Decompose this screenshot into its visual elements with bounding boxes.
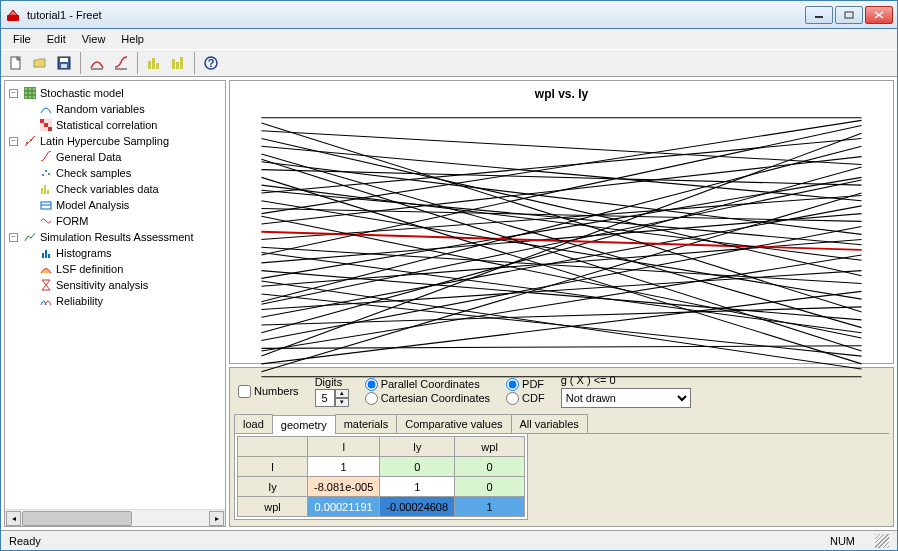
- scroll-left-icon[interactable]: ◂: [6, 511, 21, 526]
- status-bar: Ready NUM: [1, 530, 897, 550]
- tree-label: Simulation Results Assessment: [40, 231, 193, 243]
- cell-selected[interactable]: -0.00024608: [380, 497, 455, 517]
- row-header-Iy: Iy: [238, 477, 308, 497]
- spin-up-icon[interactable]: ▴: [335, 389, 349, 398]
- tree-label: Sensitivity analysis: [56, 279, 148, 291]
- curve-icon: [39, 150, 53, 164]
- svg-rect-13: [156, 63, 159, 69]
- menu-help[interactable]: Help: [113, 33, 152, 45]
- resize-grip-icon[interactable]: [875, 534, 889, 548]
- svg-line-43: [261, 291, 861, 364]
- cell[interactable]: 1: [308, 457, 380, 477]
- cell[interactable]: 1: [455, 497, 525, 517]
- chart-icon: [23, 230, 37, 244]
- grid1-icon[interactable]: [143, 52, 165, 74]
- tab-all-variables[interactable]: All variables: [511, 414, 588, 433]
- tab-comparative[interactable]: Comparative values: [396, 414, 511, 433]
- tree-node-check-variables-data[interactable]: Check variables data: [23, 181, 223, 197]
- curve-icon[interactable]: [110, 52, 132, 74]
- tree-label: Check variables data: [56, 183, 159, 195]
- svg-point-30: [30, 139, 32, 141]
- scroll-thumb[interactable]: [22, 511, 132, 526]
- open-file-icon[interactable]: [29, 52, 51, 74]
- distribution-icon[interactable]: [86, 52, 108, 74]
- help-icon[interactable]: ?: [200, 52, 222, 74]
- title-bar: tutorial1 - Freet: [1, 1, 897, 29]
- cell[interactable]: 1: [380, 477, 455, 497]
- tab-load[interactable]: load: [234, 414, 273, 433]
- tree-node-histograms[interactable]: Histograms: [23, 245, 223, 261]
- svg-point-31: [42, 174, 44, 176]
- svg-line-71: [261, 146, 861, 200]
- cell[interactable]: 0: [455, 477, 525, 497]
- menu-view[interactable]: View: [74, 33, 114, 45]
- new-file-icon[interactable]: [5, 52, 27, 74]
- svg-rect-34: [41, 188, 43, 194]
- toolbar-separator: [80, 52, 81, 74]
- close-button[interactable]: [865, 6, 893, 24]
- tree-node-statistical-correlation[interactable]: Statistical correlation: [23, 117, 223, 133]
- bottom-panel: Numbers Digits ▴▾ Parallel Coordinates C…: [229, 367, 894, 527]
- digits-input[interactable]: [315, 389, 335, 407]
- collapse-icon[interactable]: −: [9, 89, 18, 98]
- grid2-icon[interactable]: [167, 52, 189, 74]
- toolbar-separator: [194, 52, 195, 74]
- svg-rect-12: [152, 58, 155, 69]
- app-icon: [5, 7, 21, 23]
- cartesian-coords-radio[interactable]: Cartesian Coordinates: [365, 392, 490, 405]
- maximize-button[interactable]: [835, 6, 863, 24]
- tree-node-general-data[interactable]: General Data: [23, 149, 223, 165]
- svg-line-62: [261, 216, 861, 338]
- svg-rect-26: [44, 123, 48, 127]
- svg-rect-36: [47, 190, 49, 194]
- tree-label: General Data: [56, 151, 121, 163]
- tab-materials[interactable]: materials: [335, 414, 398, 433]
- tree-horizontal-scrollbar[interactable]: ◂ ▸: [5, 509, 225, 526]
- cell[interactable]: 0: [455, 457, 525, 477]
- scroll-right-icon[interactable]: ▸: [209, 511, 224, 526]
- gx-select[interactable]: Not drawn: [561, 388, 691, 408]
- menu-edit[interactable]: Edit: [39, 33, 74, 45]
- tree-node-stochastic-model[interactable]: −Stochastic model: [9, 85, 223, 101]
- col-header-I: I: [308, 437, 380, 457]
- tree-label: LSF definition: [56, 263, 123, 275]
- svg-rect-14: [172, 59, 175, 69]
- matrix-corner: [238, 437, 308, 457]
- save-file-icon[interactable]: [53, 52, 75, 74]
- lsf-icon: [39, 262, 53, 276]
- cell[interactable]: -8.081e-005: [308, 477, 380, 497]
- menu-file[interactable]: File: [5, 33, 39, 45]
- col-header-Iy: Iy: [380, 437, 455, 457]
- tree-node-form[interactable]: FORM: [23, 213, 223, 229]
- tree-node-sensitivity[interactable]: Sensitivity analysis: [23, 277, 223, 293]
- scatter-icon: [23, 134, 37, 148]
- tree-node-check-samples[interactable]: Check samples: [23, 165, 223, 181]
- tab-geometry[interactable]: geometry: [272, 415, 336, 434]
- tree-node-lsf-definition[interactable]: LSF definition: [23, 261, 223, 277]
- cell[interactable]: 0: [380, 457, 455, 477]
- digits-spinner[interactable]: ▴▾: [315, 389, 349, 407]
- svg-rect-8: [61, 64, 67, 68]
- svg-rect-16: [180, 57, 183, 69]
- grid-icon: [23, 86, 37, 100]
- tree-node-model-analysis[interactable]: Model Analysis: [23, 197, 223, 213]
- status-num: NUM: [830, 535, 855, 547]
- tree-node-sim-results[interactable]: −Simulation Results Assessment: [9, 229, 223, 245]
- bars-icon: [39, 182, 53, 196]
- svg-rect-40: [45, 250, 47, 258]
- svg-rect-35: [44, 185, 46, 194]
- cdf-radio[interactable]: CDF: [506, 392, 545, 405]
- collapse-icon[interactable]: −: [9, 233, 18, 242]
- minimize-button[interactable]: [805, 6, 833, 24]
- tree-node-random-variables[interactable]: Random variables: [23, 101, 223, 117]
- cell[interactable]: 0.00021191: [308, 497, 380, 517]
- tree-panel: −Stochastic model Random variables Stati…: [4, 80, 226, 527]
- tree-node-lhs[interactable]: −Latin Hypercube Sampling: [9, 133, 223, 149]
- tree-node-reliability[interactable]: Reliability: [23, 293, 223, 309]
- navigation-tree[interactable]: −Stochastic model Random variables Stati…: [5, 81, 225, 509]
- collapse-icon[interactable]: −: [9, 137, 18, 146]
- tree-label: Reliability: [56, 295, 103, 307]
- svg-line-76: [261, 281, 861, 369]
- chart-title: wpl vs. Iy: [535, 87, 588, 101]
- spin-down-icon[interactable]: ▾: [335, 398, 349, 407]
